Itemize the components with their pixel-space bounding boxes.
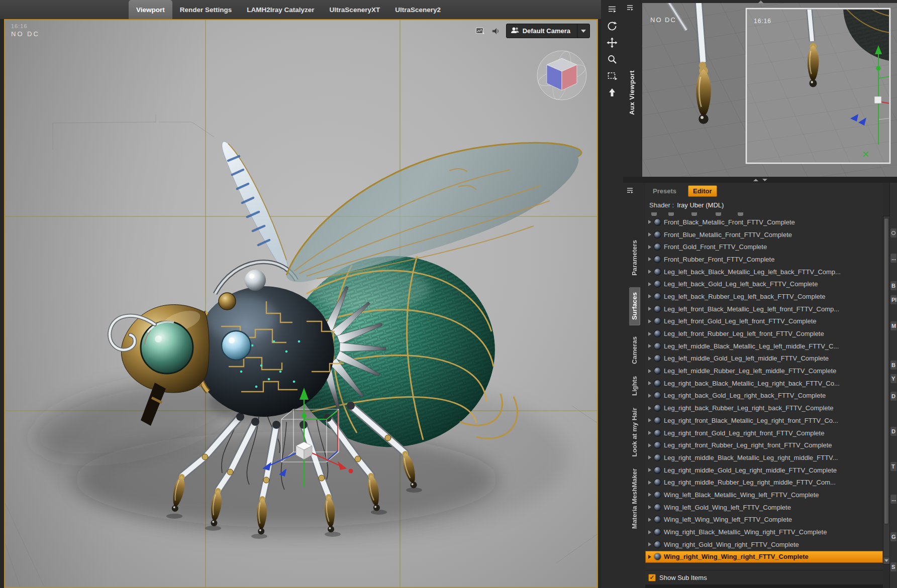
surface-row[interactable]: Leg_right_front_Rubber_Leg_right_front_F… xyxy=(645,439,883,451)
cut-button[interactable]: Pl xyxy=(890,295,896,304)
expander-icon[interactable] xyxy=(648,381,651,385)
cut-button[interactable]: G xyxy=(890,532,896,541)
expander-icon[interactable] xyxy=(648,245,651,249)
3d-viewport[interactable]: 16:16 NO DC Default Camera xyxy=(4,19,598,588)
aux-viewport-view[interactable]: NO DC xyxy=(642,3,897,177)
surface-row[interactable]: Leg_left_front_Black_Metallic_Leg_left_f… xyxy=(645,303,883,315)
expander-icon[interactable] xyxy=(648,332,651,336)
aim-up-icon[interactable] xyxy=(606,86,619,99)
surface-row[interactable]: Wing_left_Wing_Wing_left_FTTV_Complete xyxy=(645,514,883,526)
tab-ultrasceneryxt[interactable]: UltraSceneryXT xyxy=(322,0,388,19)
scrollbar-down-button[interactable] xyxy=(883,557,889,564)
expander-icon[interactable] xyxy=(648,431,651,435)
orientation-cube[interactable] xyxy=(536,50,587,101)
sidetab-cameras[interactable]: Cameras xyxy=(629,335,640,365)
surface-row[interactable]: Leg_left_back_Black_Metallic_Leg_left_ba… xyxy=(645,266,883,278)
surface-row[interactable]: Front_Black_Metallic_Front_FTTV_Complete xyxy=(645,216,883,228)
frame-select-icon[interactable] xyxy=(606,69,619,82)
render-preview-icon[interactable] xyxy=(475,26,486,36)
expander-icon[interactable] xyxy=(648,319,651,323)
expander-icon[interactable] xyxy=(648,257,651,261)
surface-row[interactable]: Leg_left_middle_Gold_Leg_left_middle_FTT… xyxy=(645,352,883,365)
surface-row[interactable]: Leg_left_front_Gold_Leg_left_front_FTTV_… xyxy=(645,315,883,328)
surface-row[interactable]: Wing_left_Black_Metallic_Wing_left_FTTV_… xyxy=(645,489,883,501)
cut-button[interactable]: D xyxy=(890,427,896,436)
expander-icon[interactable] xyxy=(648,406,651,410)
surface-row[interactable]: Wing_right_Wing_Wing_right_FTTV_Complete xyxy=(645,551,883,563)
orbit-icon[interactable] xyxy=(606,20,619,33)
list-scrollbar[interactable] xyxy=(883,216,890,564)
cut-button[interactable]: B xyxy=(890,361,896,370)
pane-splitter[interactable] xyxy=(623,177,897,183)
expander-icon[interactable] xyxy=(648,443,651,447)
right-wing[interactable] xyxy=(286,143,581,282)
surface-row[interactable]: Leg_right_back_Gold_Leg_right_back_FTTV_… xyxy=(645,390,883,402)
expander-icon[interactable] xyxy=(648,555,651,559)
cut-button[interactable]: ... xyxy=(890,495,896,504)
expander-icon[interactable] xyxy=(648,493,651,497)
surface-row[interactable]: Leg_right_front_Black_Metallic_Leg_right… xyxy=(645,414,883,427)
cut-button[interactable]: B xyxy=(890,281,896,290)
sidetab-lights[interactable]: Lights xyxy=(629,375,640,397)
expander-icon[interactable] xyxy=(648,270,651,274)
sidetab-surfaces[interactable]: Surfaces xyxy=(629,287,640,325)
surface-row[interactable]: Front_Gold_Front_FTTV_Complete xyxy=(645,241,883,253)
tab-viewport[interactable]: Viewport xyxy=(129,0,172,19)
expander-icon[interactable] xyxy=(648,530,651,534)
cut-button[interactable]: T xyxy=(890,462,896,471)
expander-icon[interactable] xyxy=(648,294,651,298)
surface-row[interactable]: Leg_left_back_Gold_Leg_left_back_FTTV_Co… xyxy=(645,278,883,290)
surface-row[interactable]: Wing_right_Black_Metallic_Wing_right_FTT… xyxy=(645,526,883,538)
expander-icon[interactable] xyxy=(648,307,651,311)
sidetab-parameters[interactable]: Parameters xyxy=(629,239,640,277)
cut-button[interactable]: ... xyxy=(890,254,896,263)
surface-row[interactable]: Leg_right_middle_Black_Metallic_Leg_righ… xyxy=(645,451,883,464)
pan-icon[interactable] xyxy=(606,36,619,49)
pane-menu-icon[interactable] xyxy=(626,4,634,13)
expander-icon[interactable] xyxy=(648,481,651,485)
surface-row[interactable]: Leg_left_back_Rubber_Leg_left_back_FTTV_… xyxy=(645,290,883,303)
dock-panel-icon[interactable] xyxy=(606,3,619,16)
camera-selector-arrow[interactable] xyxy=(577,24,589,38)
sidetab-look-at-my-hair[interactable]: Look at my Hair xyxy=(629,407,640,458)
sidetab-materia-meshmaker[interactable]: Materia MeshMaker xyxy=(629,467,640,530)
cut-button[interactable]: Y xyxy=(890,374,896,383)
dock-collapse-grip-top[interactable] xyxy=(758,1,764,4)
expander-icon[interactable] xyxy=(648,282,651,286)
surface-row[interactable]: Front_Rubber_Front_FTTV_Complete xyxy=(645,253,883,266)
surface-row[interactable]: Leg_right_middle_Gold_Leg_right_middle_F… xyxy=(645,464,883,477)
zoom-icon[interactable] xyxy=(606,53,619,66)
surface-row[interactable]: Wing_left_Gold_Wing_left_FTTV_Complete xyxy=(645,501,883,514)
expander-icon[interactable] xyxy=(648,418,651,422)
speaker-icon[interactable] xyxy=(490,26,502,36)
tab-ultrascenery2[interactable]: UltraScenery2 xyxy=(387,0,448,19)
expander-icon[interactable] xyxy=(648,518,651,522)
expander-icon[interactable] xyxy=(648,369,651,373)
cut-button[interactable]: D xyxy=(890,392,896,401)
expander-icon[interactable] xyxy=(648,468,651,472)
surfaces-tab-presets[interactable]: Presets xyxy=(648,186,681,196)
cut-button[interactable]: M xyxy=(890,321,896,330)
expander-icon[interactable] xyxy=(648,505,651,509)
surface-row[interactable]: Leg_left_middle_Black_Metallic_Leg_left_… xyxy=(645,340,883,352)
surfaces-tab-editor[interactable]: Editor xyxy=(688,185,717,197)
expander-icon[interactable] xyxy=(648,220,651,224)
surface-row[interactable]: Leg_left_front_Rubber_Leg_left_front_FTT… xyxy=(645,327,883,340)
expander-icon[interactable] xyxy=(648,232,651,237)
pane-menu-icon[interactable] xyxy=(626,187,634,196)
show-sub-items-checkbox[interactable] xyxy=(648,574,656,581)
surface-row[interactable]: Wing_right_Gold_Wing_right_FTTV_Complete xyxy=(645,538,883,551)
surface-row[interactable]: Front_Blue_Metallic_Front_FTTV_Complete xyxy=(645,228,883,241)
expander-icon[interactable] xyxy=(648,344,651,348)
camera-selector[interactable]: Default Camera xyxy=(506,24,590,38)
surface-row[interactable]: Leg_right_back_Rubber_Leg_right_back_FTT… xyxy=(645,402,883,414)
scrollbar-thumb[interactable] xyxy=(884,218,889,524)
surface-row[interactable]: Leg_left_middle_Rubber_Leg_left_middle_F… xyxy=(645,365,883,377)
expander-icon[interactable] xyxy=(648,394,651,398)
expander-icon[interactable] xyxy=(648,455,651,459)
expander-icon[interactable] xyxy=(648,542,651,546)
cut-button[interactable]: S xyxy=(890,562,896,571)
search-icon[interactable] xyxy=(890,228,896,238)
surface-row[interactable]: Leg_right_front_Gold_Leg_right_front_FTT… xyxy=(645,427,883,439)
tab-lamh2iray-catalyzer[interactable]: LAMH2Iray Catalyzer xyxy=(239,0,322,19)
